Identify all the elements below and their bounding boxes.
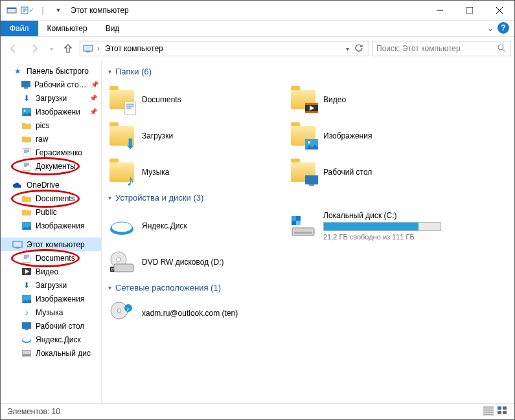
drive-icon: [21, 348, 32, 359]
tab-file[interactable]: Файл: [1, 21, 38, 36]
sidebar-pictures[interactable]: Изображени📌: [1, 105, 101, 118]
svg-point-32: [308, 141, 310, 144]
help-button[interactable]: ?: [498, 22, 509, 34]
pin-icon: 📌: [89, 108, 97, 115]
pictures-icon: [21, 294, 32, 304]
svg-rect-21: [25, 329, 29, 330]
download-icon: ⬇: [21, 280, 32, 291]
breadcrumb-separator[interactable]: ›: [95, 44, 102, 53]
item-downloads[interactable]: ⬇Загрузки: [108, 118, 290, 154]
group-devices[interactable]: ▾Устройства и диски (3): [108, 193, 512, 203]
pc-icon: [12, 239, 23, 250]
properties-icon[interactable]: ✓: [20, 3, 34, 17]
folder-icon: [21, 207, 32, 217]
sidebar-downloads[interactable]: ⬇Загрузки📌: [1, 91, 101, 105]
sidebar-od-documents[interactable]: Documents: [1, 192, 101, 205]
video-icon: [21, 267, 32, 277]
chevron-down-icon: ▾: [108, 284, 111, 291]
close-button[interactable]: [485, 1, 514, 20]
svg-rect-54: [498, 411, 501, 414]
qat-separator: |: [36, 3, 50, 17]
svg-point-23: [23, 338, 30, 342]
search-input[interactable]: Поиск: Этот компьютер: [372, 41, 510, 56]
tab-computer[interactable]: Компьютер: [38, 21, 97, 36]
tab-view[interactable]: Вид: [97, 21, 129, 36]
sidebar-pc-video[interactable]: Видео: [1, 265, 101, 278]
svg-rect-7: [21, 81, 30, 87]
explorer-window: ✓ | ▼ Этот компьютер Файл Компьютер Вид …: [0, 0, 515, 420]
sidebar-onedrive[interactable]: OneDrive: [1, 178, 101, 192]
item-local-disk[interactable]: Локальный диск (C:) 21,2 ГБ свободно из …: [290, 208, 471, 244]
drive-free-text: 21,2 ГБ свободно из 111 ГБ: [323, 233, 441, 241]
group-folders[interactable]: ▾Папки (6): [108, 67, 512, 76]
up-button[interactable]: [59, 39, 77, 58]
svg-rect-39: [292, 216, 296, 221]
qat-dropdown-icon[interactable]: ▼: [51, 3, 65, 17]
minimize-button[interactable]: [425, 1, 455, 20]
refresh-button[interactable]: [354, 43, 363, 54]
svg-point-6: [498, 45, 503, 50]
item-desktop[interactable]: Рабочий стол: [290, 154, 471, 190]
sidebar-pc-documents[interactable]: Documents: [1, 251, 101, 265]
ribbon-expand-icon[interactable]: ⌄: [487, 24, 494, 33]
doc-icon: [21, 161, 32, 171]
svg-rect-53: [503, 406, 507, 410]
sidebar-od-public[interactable]: Public: [1, 205, 101, 219]
search-placeholder: Поиск: Этот компьютер: [376, 44, 461, 53]
music-icon: ♪: [21, 307, 32, 318]
sidebar-raw[interactable]: raw: [1, 132, 101, 146]
forward-button[interactable]: [25, 39, 43, 58]
sidebar-desktop[interactable]: Рабочий сто…📌: [1, 78, 101, 91]
icons-view-button[interactable]: [498, 406, 508, 417]
item-network-account[interactable]: ♪xadm.ru@outlook.com (ten): [108, 298, 290, 329]
group-network[interactable]: ▾Сетевые расположения (1): [108, 283, 512, 293]
address-dropdown-icon[interactable]: ▾: [346, 45, 349, 52]
onedrive-icon: [12, 180, 23, 190]
pin-icon: 📌: [91, 81, 98, 88]
item-pictures[interactable]: Изображения: [290, 118, 471, 154]
folder-icon: [21, 134, 32, 144]
svg-point-44: [117, 258, 120, 261]
address-bar[interactable]: › Этот компьютер ▾: [80, 41, 369, 56]
sidebar-pc-desktop[interactable]: Рабочий стол: [1, 319, 101, 333]
item-documents[interactable]: Documents: [108, 82, 290, 118]
svg-rect-29: [305, 111, 318, 113]
sidebar-documents-ru[interactable]: Документы: [1, 159, 101, 173]
search-icon: [497, 43, 506, 54]
item-music[interactable]: ♪Музыка: [108, 154, 290, 190]
capacity-bar: [323, 222, 441, 231]
sidebar-quick-access[interactable]: ★Панель быстрого: [1, 64, 101, 78]
svg-rect-20: [22, 322, 31, 329]
breadcrumb-location[interactable]: Этот компьютер: [102, 44, 166, 53]
svg-rect-15: [16, 247, 19, 249]
drive-name: Локальный диск (C:): [323, 211, 441, 220]
pictures-badge-icon: [305, 138, 318, 151]
item-video[interactable]: Видео: [290, 82, 471, 118]
star-icon: ★: [12, 66, 23, 76]
sidebar-pics[interactable]: pics: [1, 118, 101, 132]
title-bar: ✓ | ▼ Этот компьютер: [1, 1, 514, 21]
desktop-icon: [21, 321, 32, 331]
sidebar-pc-local[interactable]: Локальный дис: [1, 346, 101, 360]
sidebar-gerasimenko[interactable]: Герасименко: [1, 146, 101, 159]
yandex-disk-icon: [108, 212, 135, 239]
sidebar-pc-yandex[interactable]: Яндекс.Диск: [1, 333, 101, 346]
sidebar-pc-pictures[interactable]: Изображения: [1, 292, 101, 305]
address-bar-row: ▾ › Этот компьютер ▾ Поиск: Этот компьют…: [1, 37, 514, 60]
item-yandex-disk[interactable]: Яндекс.Диск: [108, 208, 290, 244]
sidebar-od-pictures[interactable]: Изображения: [1, 219, 101, 232]
svg-rect-3: [466, 7, 473, 14]
item-dvd[interactable]: DVDDVD RW дисковод (D:): [108, 244, 290, 280]
details-view-button[interactable]: [483, 406, 494, 417]
back-button[interactable]: [5, 39, 23, 58]
yandex-icon: [21, 335, 32, 345]
recent-dropdown[interactable]: ▾: [46, 39, 56, 58]
maximize-button[interactable]: [455, 1, 485, 20]
chevron-down-icon: ▾: [108, 194, 111, 201]
doc-icon: [21, 253, 32, 263]
sidebar-pc-downloads[interactable]: ⬇Загрузки: [1, 278, 101, 292]
svg-rect-42: [294, 232, 312, 234]
sidebar-pc-music[interactable]: ♪Музыка: [1, 305, 101, 319]
doc-icon: [21, 148, 32, 158]
sidebar-this-pc[interactable]: Этот компьютер: [1, 238, 101, 251]
